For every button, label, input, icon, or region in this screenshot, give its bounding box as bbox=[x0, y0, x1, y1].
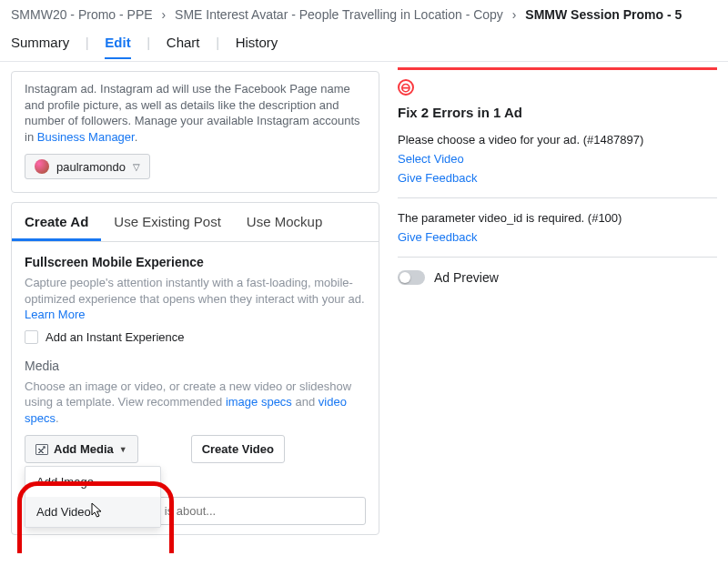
chevron-down-icon: ▽ bbox=[133, 162, 140, 172]
breadcrumb: SMMW20 - Promo - PPE › SME Interest Avat… bbox=[0, 0, 728, 25]
tab-history[interactable]: History bbox=[236, 35, 278, 50]
divider bbox=[398, 257, 717, 258]
tab-divider: | bbox=[147, 35, 150, 50]
create-video-button[interactable]: Create Video bbox=[191, 435, 285, 463]
error-panel-title: Fix 2 Errors in 1 Ad bbox=[398, 105, 717, 120]
add-media-dropdown: Add Image Add Video bbox=[25, 466, 161, 528]
breadcrumb-adset[interactable]: SME Interest Avatar - People Travelling … bbox=[175, 7, 503, 22]
tab-use-mockup[interactable]: Use Mockup bbox=[234, 203, 335, 241]
fullscreen-section-desc: Capture people's attention instantly wit… bbox=[25, 275, 366, 323]
media-section-desc: Choose an image or video, or create a ne… bbox=[25, 379, 366, 427]
error-panel: ⊖ Fix 2 Errors in 1 Ad Please choose a v… bbox=[398, 62, 717, 535]
tab-summary[interactable]: Summary bbox=[11, 35, 69, 50]
error-bar bbox=[398, 67, 717, 70]
error-2-text: The parameter video_id is required. (#10… bbox=[398, 211, 717, 225]
instant-experience-label: Add an Instant Experience bbox=[46, 330, 185, 344]
subtabs: Summary | Edit | Chart | History bbox=[0, 25, 728, 62]
account-name: paulramondo bbox=[56, 160, 126, 174]
image-icon bbox=[35, 444, 48, 455]
ad-preview-row[interactable]: Ad Preview bbox=[398, 270, 717, 285]
cursor-icon bbox=[91, 502, 104, 522]
dropdown-add-image[interactable]: Add Image bbox=[25, 467, 160, 497]
media-buttons-row: Add Media ▼ Add Image Add Video Create bbox=[25, 435, 366, 463]
instagram-description: Instagram ad. Instagram ad will use the … bbox=[25, 81, 366, 145]
dropdown-add-video[interactable]: Add Video bbox=[25, 497, 160, 527]
tab-chart[interactable]: Chart bbox=[167, 35, 200, 50]
add-media-label: Add Media bbox=[54, 442, 114, 456]
chevron-right-icon: › bbox=[161, 7, 166, 22]
instagram-account-selector[interactable]: paulramondo ▽ bbox=[25, 154, 150, 179]
error-icon: ⊖ bbox=[398, 79, 414, 96]
avatar bbox=[35, 159, 49, 174]
learn-more-link[interactable]: Learn More bbox=[25, 308, 85, 321]
divider bbox=[398, 197, 717, 198]
tab-edit[interactable]: Edit bbox=[105, 35, 130, 59]
image-specs-link[interactable]: image specs bbox=[226, 395, 292, 409]
caret-down-icon: ▼ bbox=[119, 445, 127, 454]
create-ad-card: Create Ad Use Existing Post Use Mockup F… bbox=[11, 202, 379, 535]
tab-divider: | bbox=[86, 35, 89, 50]
media-section-title: Media bbox=[25, 359, 366, 373]
add-media-button[interactable]: Add Media ▼ bbox=[25, 435, 138, 463]
give-feedback-link-2[interactable]: Give Feedback bbox=[398, 230, 717, 244]
ad-source-tabs: Create Ad Use Existing Post Use Mockup bbox=[12, 203, 379, 242]
tab-divider: | bbox=[216, 35, 219, 50]
fullscreen-section-title: Fullscreen Mobile Experience bbox=[25, 255, 366, 269]
breadcrumb-ad-current: SMMW Session Promo - 5 bbox=[525, 7, 682, 22]
identity-card: Instagram ad. Instagram ad will use the … bbox=[11, 71, 379, 193]
ad-preview-toggle[interactable] bbox=[398, 270, 425, 285]
ad-preview-label: Ad Preview bbox=[434, 270, 499, 285]
give-feedback-link-1[interactable]: Give Feedback bbox=[398, 171, 717, 185]
select-video-link[interactable]: Select Video bbox=[398, 152, 717, 166]
breadcrumb-campaign[interactable]: SMMW20 - Promo - PPE bbox=[11, 7, 153, 22]
business-manager-link[interactable]: Business Manager bbox=[37, 130, 135, 144]
chevron-right-icon: › bbox=[512, 7, 517, 22]
checkbox-icon[interactable] bbox=[25, 330, 38, 344]
error-1-text: Please choose a video for your ad. (#148… bbox=[398, 133, 717, 147]
tab-use-existing-post[interactable]: Use Existing Post bbox=[101, 203, 234, 241]
tab-create-ad[interactable]: Create Ad bbox=[12, 203, 101, 241]
instant-experience-checkbox-row[interactable]: Add an Instant Experience bbox=[25, 330, 366, 344]
